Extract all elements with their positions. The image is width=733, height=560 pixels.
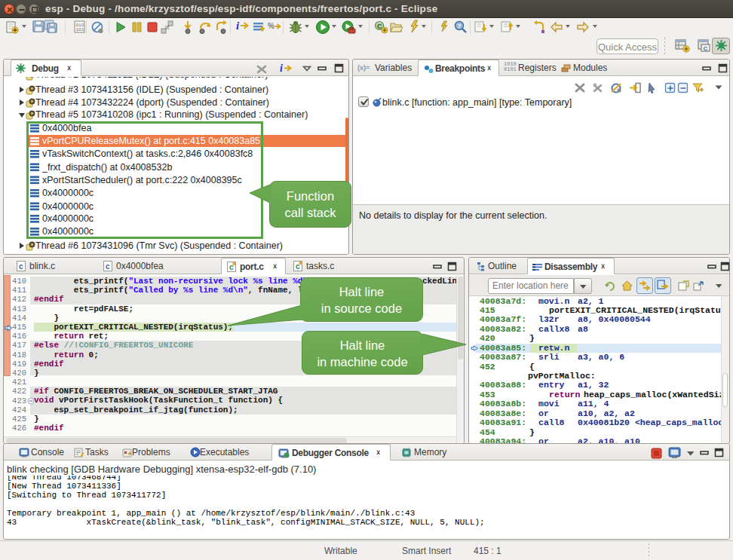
svg-text:c: c (19, 262, 23, 271)
svg-text:c: c (106, 262, 110, 271)
svg-text:%: % (268, 22, 274, 30)
svg-text:101: 101 (76, 27, 84, 32)
svg-text:C: C (704, 45, 708, 52)
svg-text:?: ? (458, 23, 462, 29)
